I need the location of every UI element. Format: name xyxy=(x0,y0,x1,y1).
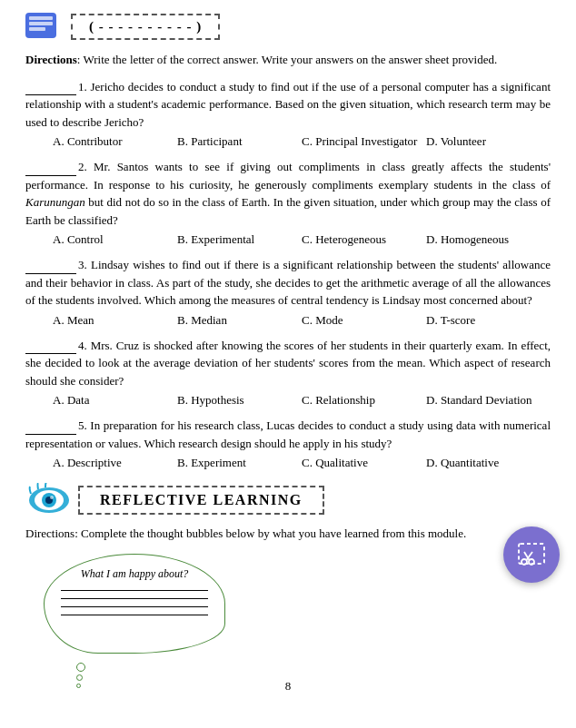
svg-rect-2 xyxy=(29,22,53,25)
q5-blank xyxy=(25,434,76,435)
bubble-tail xyxy=(76,663,85,688)
tail-dot-1 xyxy=(76,663,85,672)
q4-text: 4. Mrs. Cruz is shocked after knowing th… xyxy=(25,337,551,390)
reflective-header: REFLECTIVE LEARNING xyxy=(25,483,551,517)
q3-choice-c: C. Mode xyxy=(302,313,426,328)
q1-choice-a: A. Contributor xyxy=(53,134,177,149)
q4-choice-b: B. Hypothesis xyxy=(177,393,302,408)
reflective-directions: Directions: Complete the thought bubbles… xyxy=(25,525,551,543)
q3-choice-a: A. Mean xyxy=(53,313,177,328)
screenshot-button[interactable] xyxy=(503,526,560,583)
question-2: 2. Mr. Santos wants to see if giving out… xyxy=(25,158,551,247)
question-1: 1. Jericho decides to conduct a study to… xyxy=(25,78,551,150)
header-title: ( - - - - - - - - - - ) xyxy=(71,14,220,40)
q4-choices: A. Data B. Hypothesis C. Relationship D.… xyxy=(25,393,551,408)
q5-text: 5. In preparation for his research class… xyxy=(25,417,551,452)
bubble-line-2 xyxy=(61,598,208,599)
q5-choice-a: A. Descriptive xyxy=(53,456,177,470)
svg-rect-3 xyxy=(29,27,45,31)
q4-blank xyxy=(25,353,76,354)
questions-list: 1. Jericho decides to conduct a study to… xyxy=(25,78,551,471)
q2-choice-c: C. Heterogeneous xyxy=(302,232,426,247)
page-number: 8 xyxy=(25,679,551,694)
reflective-directions-body: : Complete the thought bubbles below by … xyxy=(74,526,466,540)
q5-choice-c: C. Qualitative xyxy=(302,456,426,470)
q1-choices: A. Contributor B. Participant C. Princip… xyxy=(25,134,551,149)
directions-label: Directions xyxy=(25,53,77,66)
question-3: 3. Lindsay wishes to find out if there i… xyxy=(25,256,551,328)
question-4: 4. Mrs. Cruz is shocked after knowing th… xyxy=(25,337,551,408)
bubble-line-4 xyxy=(61,615,208,615)
q2-choices: A. Control B. Experimental C. Heterogene… xyxy=(25,232,551,247)
bubble-main: What I am happy about? xyxy=(44,554,225,654)
q1-blank xyxy=(25,94,76,95)
q3-choice-d: D. T-score xyxy=(426,313,551,328)
q2-choice-b: B. Experimental xyxy=(177,232,302,247)
thought-bubble: What I am happy about? xyxy=(44,554,225,663)
svg-rect-1 xyxy=(29,16,53,20)
directions-body: : Write the letter of the correct answer… xyxy=(77,53,497,66)
q2-italic: Karunungan xyxy=(25,195,85,209)
q3-blank xyxy=(25,273,76,274)
directions-text: Directions: Write the letter of the corr… xyxy=(25,51,551,69)
q1-choice-b: B. Participant xyxy=(177,134,302,149)
eye-icon xyxy=(25,483,73,517)
q2-text: 2. Mr. Santos wants to see if giving out… xyxy=(25,158,551,229)
tail-dot-2 xyxy=(76,674,83,681)
page-container: ( - - - - - - - - - - ) Directions: Writ… xyxy=(0,0,576,712)
svg-point-8 xyxy=(50,496,54,499)
q4-choice-d: D. Standard Deviation xyxy=(426,393,551,408)
q3-choices: A. Mean B. Median C. Mode D. T-score xyxy=(25,313,551,328)
q2-choice-a: A. Control xyxy=(53,232,177,247)
question-5: 5. In preparation for his research class… xyxy=(25,417,551,470)
reflective-directions-label: Directions xyxy=(25,526,74,540)
bubble-line-1 xyxy=(61,590,208,591)
tail-dot-3 xyxy=(76,684,81,688)
q1-choice-c: C. Principal Investigator xyxy=(302,134,426,149)
q5-choice-d: D. Quantitative xyxy=(426,456,551,470)
q5-choice-b: B. Experiment xyxy=(177,456,302,470)
q4-choice-c: C. Relationship xyxy=(302,393,426,408)
reflective-section: REFLECTIVE LEARNING Directions: Complete… xyxy=(25,483,551,663)
q4-choice-a: A. Data xyxy=(53,393,177,408)
q3-text: 3. Lindsay wishes to find out if there i… xyxy=(25,256,551,310)
reflective-title: REFLECTIVE LEARNING xyxy=(78,486,324,515)
q2-choice-d: D. Homogeneous xyxy=(426,232,551,247)
thought-bubble-container: What I am happy about? xyxy=(25,554,551,663)
q3-choice-b: B. Median xyxy=(177,313,302,328)
q5-choices: A. Descriptive B. Experiment C. Qualitat… xyxy=(25,456,551,470)
header-section: ( - - - - - - - - - - ) xyxy=(25,9,551,44)
bubble-lines xyxy=(61,590,208,615)
q1-choice-d: D. Volunteer xyxy=(426,134,551,149)
q2-blank xyxy=(25,175,76,176)
svg-point-10 xyxy=(521,559,527,565)
q1-text: 1. Jericho decides to conduct a study to… xyxy=(25,78,551,132)
bubble-question: What I am happy about? xyxy=(61,567,208,581)
bubble-line-3 xyxy=(61,606,208,607)
header-icon xyxy=(25,9,64,44)
